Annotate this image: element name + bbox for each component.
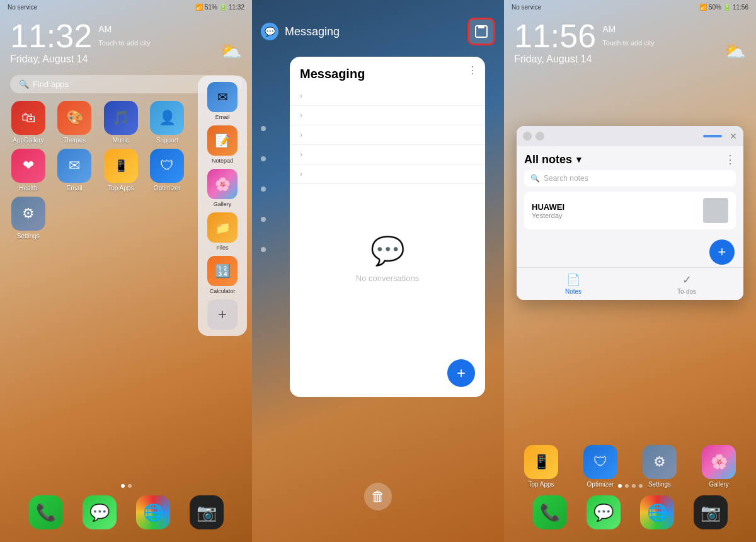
icon3-topapps: 📱 <box>524 445 558 479</box>
dot3-3 <box>632 484 636 488</box>
dock-notepad[interactable]: 📝 Notepad <box>207 125 238 164</box>
app-label-email: Email <box>67 185 83 192</box>
app-support[interactable]: 👤 Support <box>147 101 188 144</box>
bottom-phone[interactable]: 📞 <box>29 495 63 529</box>
more-options-button[interactable]: ⋮ <box>467 64 478 76</box>
icon-support: 👤 <box>150 101 184 135</box>
delete-recent-button[interactable]: 🗑 <box>364 483 392 510</box>
recents-list-item-4[interactable]: › <box>290 145 485 164</box>
dot3-1 <box>618 484 622 488</box>
notes-minimize-button-circle[interactable] <box>536 132 544 141</box>
notes-close-button[interactable]: ✕ <box>730 131 737 141</box>
recents-window-icon[interactable] <box>467 18 495 45</box>
chevron-icon-2: › <box>300 111 302 120</box>
icon3-gallery: 🌸 <box>702 445 736 479</box>
clock-ampm-1: AM <box>98 25 151 33</box>
bottom-dock-1: 📞 💬 🌐 📷 <box>0 495 252 529</box>
status-battery-1: 51% <box>205 4 217 11</box>
bottom-browser[interactable]: 🌐 <box>136 495 170 529</box>
notes-title-dropdown-icon[interactable]: ▼ <box>575 154 583 164</box>
dock-files[interactable]: 📁 Files <box>207 212 238 251</box>
app-email[interactable]: ✉ Email <box>54 149 96 192</box>
bottom3-browser[interactable]: 🌐 <box>640 495 674 529</box>
icon-dock-calc: 🔢 <box>207 256 238 286</box>
bottom3-phone[interactable]: 📞 <box>533 495 567 529</box>
icon-dock-notepad: 📝 <box>207 125 238 156</box>
bottom-dock-3: 📞 💬 🌐 📷 <box>504 495 756 529</box>
notes-search-icon: 🔍 <box>530 174 540 183</box>
app-settings[interactable]: ⚙ Settings <box>8 197 49 239</box>
app-themes[interactable]: 🎨 Themes <box>54 101 96 144</box>
notes-tab-todos[interactable]: ✓ To-dos <box>630 268 743 300</box>
app3-gallery[interactable]: 🌸 Gallery <box>702 445 736 488</box>
notes-tab-label: Notes <box>565 288 581 295</box>
dock-add-button[interactable]: + <box>207 299 238 330</box>
icon-music: 🎵 <box>104 101 138 135</box>
svg-point-2 <box>524 133 530 139</box>
scroll-dot-3 <box>261 187 266 192</box>
messaging-app-icon: 💬 <box>261 23 278 40</box>
app-label-topapps: Top Apps <box>108 185 134 192</box>
notes-add-fab[interactable]: + <box>709 239 735 265</box>
status-signal-icon-3: 📶 <box>699 4 707 11</box>
bottom-app-row-3: 📱 Top Apps 🛡 Optimizer ⚙ Settings 🌸 Gall… <box>504 445 756 488</box>
recents-card: Messaging › › › › › 💬 No conversations ⋮… <box>290 57 485 397</box>
notes-menu-button[interactable]: ⋮ <box>724 153 736 166</box>
app-topapps[interactable]: 📱 Top Apps <box>100 149 142 192</box>
app-health[interactable]: ❤ Health <box>8 149 49 192</box>
notes-drag-handle <box>703 135 722 137</box>
dock-calc[interactable]: 🔢 Calculator <box>207 256 238 294</box>
notes-title: All notes <box>524 153 572 166</box>
dock-email[interactable]: ✉ Email <box>207 82 238 120</box>
app-label-optimizer: Optimizer <box>154 185 181 192</box>
clock-touch-3[interactable]: Touch to add city <box>602 40 655 47</box>
bottom3-messages[interactable]: 💬 <box>587 495 621 529</box>
bottom3-camera[interactable]: 📷 <box>694 495 728 529</box>
recents-list-item-3[interactable]: › <box>290 125 485 145</box>
compose-fab[interactable]: + <box>447 359 475 387</box>
app3-settings[interactable]: ⚙ Settings <box>643 445 677 488</box>
icon3-optimizer: 🛡 <box>583 445 617 479</box>
panel-recents: 💬 Messaging Messaging › › › › <box>252 0 504 542</box>
notes-header: All notes ▼ ⋮ <box>517 146 743 170</box>
notes-search-bar[interactable]: 🔍 Search notes <box>524 170 736 187</box>
notes-item-0[interactable]: HUAWEI Yesterday <box>524 192 736 229</box>
empty-state-text: No conversations <box>356 274 419 283</box>
app3-topapps[interactable]: 📱 Top Apps <box>524 445 558 488</box>
dot-2 <box>128 484 132 488</box>
bottom-messages[interactable]: 💬 <box>83 495 117 529</box>
app3-optimizer[interactable]: 🛡 Optimizer <box>583 445 617 488</box>
dock-gallery[interactable]: 🌸 Gallery <box>207 169 238 207</box>
icon-dock-email: ✉ <box>207 82 238 112</box>
status-bar-1: No service 📶 51% 🔋 11:32 <box>0 0 252 14</box>
recents-list-item-2[interactable]: › <box>290 106 485 125</box>
icon-appgallery: 🛍 <box>11 101 45 135</box>
icon-topapps: 📱 <box>104 149 138 183</box>
recents-list-item-1[interactable]: › <box>290 86 485 106</box>
app-appgallery[interactable]: 🛍 AppGallery <box>8 101 49 144</box>
recents-scroll-indicators <box>261 126 266 252</box>
bottom-camera[interactable]: 📷 <box>190 495 224 529</box>
panel-notes: No service 📶 50% 🔋 11:56 11:56 AM Touch … <box>504 0 756 542</box>
notes-tab-notes[interactable]: 📄 Notes <box>517 268 630 300</box>
notes-close-button-circle[interactable] <box>523 132 532 141</box>
app-optimizer[interactable]: 🛡 Optimizer <box>147 149 188 192</box>
scroll-dot-1 <box>261 126 266 131</box>
chevron-icon-5: › <box>300 170 302 178</box>
status-time-3: 11:56 <box>733 4 748 11</box>
page-dots-3 <box>504 484 756 488</box>
right-dock-1: ✉ Email 📝 Notepad 🌸 Gallery 📁 Files 🔢 Ca… <box>198 76 247 336</box>
recents-list-item-5[interactable]: › <box>290 164 485 184</box>
clock-time-1: 11:32 AM Touch to add city <box>10 20 242 52</box>
recents-card-title: Messaging <box>290 57 485 86</box>
weather-icon-1: ⛅ <box>220 41 242 62</box>
status-right-3: 📶 50% 🔋 11:56 <box>699 4 748 11</box>
clock-time-3: 11:56 AM Touch to add city <box>514 20 746 52</box>
icon-email: ✉ <box>57 149 91 183</box>
clock-area-3: 11:56 AM Touch to add city ⛅ Friday, Aug… <box>504 14 756 67</box>
app-label-support: Support <box>156 137 178 144</box>
clock-date-1: Friday, August 14 <box>10 54 242 65</box>
clock-touch-1[interactable]: Touch to add city <box>98 40 151 47</box>
app-music[interactable]: 🎵 Music <box>100 101 142 144</box>
app-label-settings: Settings <box>17 233 40 239</box>
